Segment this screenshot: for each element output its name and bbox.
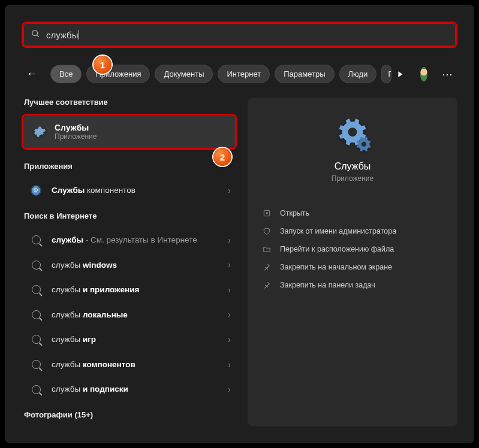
search-box[interactable]: службы xyxy=(23,23,456,46)
pin-icon xyxy=(262,263,272,271)
web-result-label: службы - См. результаты в Интернете xyxy=(52,235,218,246)
chevron-right-icon: › xyxy=(228,235,231,245)
search-icon xyxy=(30,235,42,244)
chevron-right-icon: › xyxy=(228,186,231,195)
filter-params[interactable]: Параметры xyxy=(275,65,334,83)
best-match-highlight: Службы Приложение xyxy=(22,114,237,150)
user-avatar[interactable] xyxy=(420,67,427,81)
chevron-right-icon: › xyxy=(228,335,231,344)
callout-2: 2 xyxy=(213,148,231,166)
detail-gear-icon xyxy=(256,116,449,152)
back-button[interactable]: ← xyxy=(22,65,42,83)
filter-more-cut[interactable]: П xyxy=(381,65,391,83)
web-result-label: службы игр xyxy=(52,334,218,345)
web-result-3[interactable]: службы локальные › xyxy=(22,302,237,328)
search-input-value: службы xyxy=(46,30,79,40)
scroll-right-button[interactable] xyxy=(396,66,404,82)
action-label: Перейти к расположению файла xyxy=(280,245,394,253)
folder-icon xyxy=(262,245,272,253)
gear-icon xyxy=(32,125,46,139)
chevron-right-icon: › xyxy=(228,360,231,370)
detail-pane: Службы Приложение Открыть Запуск от имен… xyxy=(248,98,457,426)
filter-internet[interactable]: Интернет xyxy=(218,65,270,83)
web-result-label: службы компонентов xyxy=(52,359,218,370)
action-label: Закрепить на панели задач xyxy=(280,281,375,289)
action-open[interactable]: Открыть xyxy=(256,204,449,222)
web-result-1[interactable]: службы windows › xyxy=(22,253,237,278)
best-match-item[interactable]: Службы Приложение xyxy=(23,116,235,148)
chevron-right-icon: › xyxy=(228,310,231,319)
action-label: Открыть xyxy=(280,209,309,217)
web-result-2[interactable]: службы и приложения › xyxy=(22,277,237,302)
action-pin-taskbar[interactable]: Закрепить на панели задач xyxy=(256,276,449,294)
filter-people[interactable]: Люди xyxy=(339,65,377,83)
chevron-right-icon: › xyxy=(228,385,231,394)
callout-1: 1 xyxy=(94,56,112,74)
best-match-title: Службы xyxy=(55,123,97,132)
search-icon xyxy=(30,385,42,394)
action-file-location[interactable]: Перейти к расположению файла xyxy=(256,240,449,258)
open-icon xyxy=(262,209,272,217)
app-result-components[interactable]: Службы компонентов › xyxy=(22,178,237,203)
search-box-highlight: службы xyxy=(22,22,457,48)
web-result-label: службы и подписки xyxy=(52,384,218,395)
more-menu-button[interactable]: ⋯ xyxy=(438,68,457,81)
action-pin-start[interactable]: Закрепить на начальном экране xyxy=(256,258,449,276)
svg-point-2 xyxy=(348,128,357,137)
section-photos: Фотографии (15+) xyxy=(24,410,237,419)
chevron-right-icon: › xyxy=(228,260,231,270)
shield-icon xyxy=(262,227,272,235)
section-web: Поиск в Интернете xyxy=(24,211,237,220)
component-services-icon xyxy=(30,185,42,196)
search-icon xyxy=(30,285,42,294)
web-result-6[interactable]: службы и подписки › xyxy=(22,377,237,402)
filter-all[interactable]: Все xyxy=(50,65,82,83)
web-result-4[interactable]: службы игр › xyxy=(22,327,237,352)
web-result-label: службы и приложения xyxy=(52,284,218,295)
web-result-5[interactable]: службы компонентов › xyxy=(22,352,237,377)
svg-line-1 xyxy=(37,35,38,37)
section-apps: Приложения xyxy=(24,162,237,171)
action-label: Закрепить на начальном экране xyxy=(280,263,392,271)
app-result-label: Службы компонентов xyxy=(52,185,218,196)
search-icon xyxy=(30,335,42,344)
search-icon xyxy=(30,310,42,319)
search-icon xyxy=(31,29,40,40)
best-match-subtitle: Приложение xyxy=(55,132,97,141)
detail-title: Службы xyxy=(256,161,449,172)
pin-icon xyxy=(262,281,272,289)
action-run-admin[interactable]: Запуск от имени администратора xyxy=(256,222,449,240)
chevron-right-icon: › xyxy=(228,285,231,295)
web-result-label: службы windows xyxy=(52,260,218,271)
svg-point-0 xyxy=(32,31,38,36)
svg-point-3 xyxy=(361,142,366,147)
web-result-0[interactable]: службы - См. результаты в Интернете › xyxy=(22,228,237,253)
section-best-match: Лучшее соответствие xyxy=(24,98,237,107)
filter-row: ← Все Приложения Документы Интернет Пара… xyxy=(22,65,457,83)
filter-docs[interactable]: Документы xyxy=(155,65,213,83)
search-icon xyxy=(30,360,42,369)
web-result-label: службы локальные xyxy=(52,310,218,320)
action-label: Запуск от имени администратора xyxy=(280,227,396,235)
detail-subtitle: Приложение xyxy=(256,174,449,183)
search-icon xyxy=(30,261,42,270)
